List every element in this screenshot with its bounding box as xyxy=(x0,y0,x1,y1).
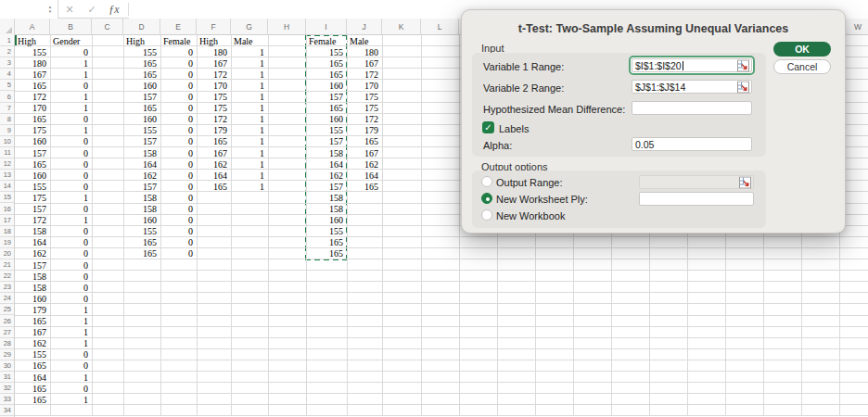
range-selector-icon[interactable] xyxy=(739,176,751,188)
cell-J8[interactable]: 172 xyxy=(347,114,382,125)
cell-A27[interactable]: 167 xyxy=(15,327,50,338)
cell-A1[interactable]: High xyxy=(15,35,50,46)
cell-A25[interactable]: 179 xyxy=(15,304,50,315)
cell-B22[interactable]: 0 xyxy=(50,271,92,282)
cell-E1[interactable]: Female xyxy=(160,35,197,46)
cell-A11[interactable]: 157 xyxy=(15,147,50,158)
cell-I19[interactable]: 165 xyxy=(306,237,347,248)
cell-E16[interactable]: 0 xyxy=(160,204,197,215)
cell-B16[interactable]: 0 xyxy=(50,204,92,215)
range-selector-icon[interactable] xyxy=(737,81,749,93)
cell-G3[interactable]: 1 xyxy=(231,57,268,69)
alpha-field[interactable]: 0.05 xyxy=(632,137,752,151)
cell-A12[interactable]: 165 xyxy=(15,158,50,170)
column-header-J[interactable]: J xyxy=(347,19,382,35)
cell-A22[interactable]: 158 xyxy=(15,271,50,282)
column-header-A[interactable]: A xyxy=(15,19,50,35)
cell-I20[interactable]: 165 xyxy=(306,248,347,259)
column-header-G[interactable]: G xyxy=(231,19,268,35)
cell-F5[interactable]: 170 xyxy=(197,80,231,91)
cell-B1[interactable]: Gender xyxy=(50,35,92,46)
cell-G6[interactable]: 1 xyxy=(231,92,268,103)
cell-E6[interactable]: 0 xyxy=(160,92,197,103)
cell-F7[interactable]: 175 xyxy=(197,103,231,114)
insert-function-icon[interactable]: ƒx xyxy=(103,3,125,17)
cell-G9[interactable]: 1 xyxy=(231,125,268,136)
cell-A15[interactable]: 175 xyxy=(15,192,50,203)
cell-J10[interactable]: 165 xyxy=(347,136,382,147)
cell-A14[interactable]: 155 xyxy=(15,181,50,192)
cell-D10[interactable]: 157 xyxy=(123,136,160,147)
cell-A24[interactable]: 160 xyxy=(15,293,50,304)
cell-I18[interactable]: 155 xyxy=(306,226,347,237)
cell-F12[interactable]: 162 xyxy=(197,158,231,170)
cell-E7[interactable]: 0 xyxy=(160,103,197,114)
cell-B19[interactable]: 0 xyxy=(50,237,92,248)
cell-E19[interactable]: 0 xyxy=(160,237,197,248)
cell-A8[interactable]: 165 xyxy=(15,114,50,125)
cell-I14[interactable]: 157 xyxy=(306,181,347,192)
cell-B27[interactable]: 1 xyxy=(50,327,92,338)
cell-A19[interactable]: 164 xyxy=(15,237,50,248)
cell-D12[interactable]: 164 xyxy=(123,158,160,170)
cell-J7[interactable]: 175 xyxy=(347,103,382,114)
cell-I5[interactable]: 160 xyxy=(306,80,347,91)
cell-B4[interactable]: 1 xyxy=(50,69,92,80)
cell-E3[interactable]: 0 xyxy=(160,57,197,69)
cell-G1[interactable]: Male xyxy=(231,35,268,46)
cell-G13[interactable]: 1 xyxy=(231,170,268,181)
column-header-H[interactable]: H xyxy=(268,19,306,35)
column-header-F[interactable]: F xyxy=(197,19,231,35)
cell-I11[interactable]: 158 xyxy=(306,147,347,158)
ok-button[interactable]: OK xyxy=(773,42,831,57)
cell-E11[interactable]: 0 xyxy=(160,147,197,158)
cell-B13[interactable]: 0 xyxy=(50,170,92,181)
cell-J13[interactable]: 164 xyxy=(347,170,382,181)
cell-B29[interactable]: 0 xyxy=(50,349,92,360)
cell-B8[interactable]: 0 xyxy=(50,114,92,125)
cell-A21[interactable]: 157 xyxy=(15,259,50,271)
cell-I15[interactable]: 158 xyxy=(306,192,347,203)
new-worksheet-field[interactable] xyxy=(639,192,754,206)
cell-B28[interactable]: 1 xyxy=(50,338,92,349)
cell-A2[interactable]: 155 xyxy=(15,46,50,57)
cell-D3[interactable]: 165 xyxy=(123,57,160,69)
hypothesized-mean-field[interactable] xyxy=(632,101,752,115)
cell-F3[interactable]: 167 xyxy=(197,57,231,69)
cell-J6[interactable]: 175 xyxy=(347,92,382,103)
column-header-C[interactable]: C xyxy=(92,19,123,35)
cell-F4[interactable]: 172 xyxy=(197,69,231,80)
cell-F6[interactable]: 175 xyxy=(197,92,231,103)
cell-F1[interactable]: High xyxy=(197,35,231,46)
cell-B12[interactable]: 0 xyxy=(50,158,92,170)
cell-B33[interactable]: 1 xyxy=(50,394,92,405)
cell-D7[interactable]: 165 xyxy=(123,103,160,114)
cell-I3[interactable]: 165 xyxy=(306,57,347,69)
cell-I17[interactable]: 160 xyxy=(306,215,347,226)
cell-G2[interactable]: 1 xyxy=(231,46,268,57)
cell-D5[interactable]: 160 xyxy=(123,80,160,91)
cell-I9[interactable]: 155 xyxy=(306,125,347,136)
cell-D11[interactable]: 158 xyxy=(123,147,160,158)
cell-A18[interactable]: 158 xyxy=(15,226,50,237)
cell-J2[interactable]: 180 xyxy=(347,46,382,57)
cell-D2[interactable]: 155 xyxy=(123,46,160,57)
cell-F11[interactable]: 167 xyxy=(197,147,231,158)
cell-B5[interactable]: 0 xyxy=(50,80,92,91)
range-selector-icon[interactable] xyxy=(737,59,749,71)
cell-D8[interactable]: 160 xyxy=(123,114,160,125)
cell-D17[interactable]: 160 xyxy=(123,215,160,226)
cell-A17[interactable]: 172 xyxy=(15,215,50,226)
cell-B9[interactable]: 1 xyxy=(50,125,92,136)
cell-G5[interactable]: 1 xyxy=(231,80,268,91)
cell-I4[interactable]: 165 xyxy=(306,69,347,80)
column-header-L[interactable]: L xyxy=(421,19,459,35)
cell-D4[interactable]: 165 xyxy=(123,69,160,80)
cell-A31[interactable]: 164 xyxy=(15,372,50,383)
cell-F9[interactable]: 179 xyxy=(197,125,231,136)
dialog-title[interactable]: t-Test: Two-Sample Assuming Unequal Vari… xyxy=(462,22,845,35)
cell-E18[interactable]: 0 xyxy=(160,226,197,237)
cell-D14[interactable]: 157 xyxy=(123,181,160,192)
cell-E5[interactable]: 0 xyxy=(160,80,197,91)
cell-D18[interactable]: 155 xyxy=(123,226,160,237)
